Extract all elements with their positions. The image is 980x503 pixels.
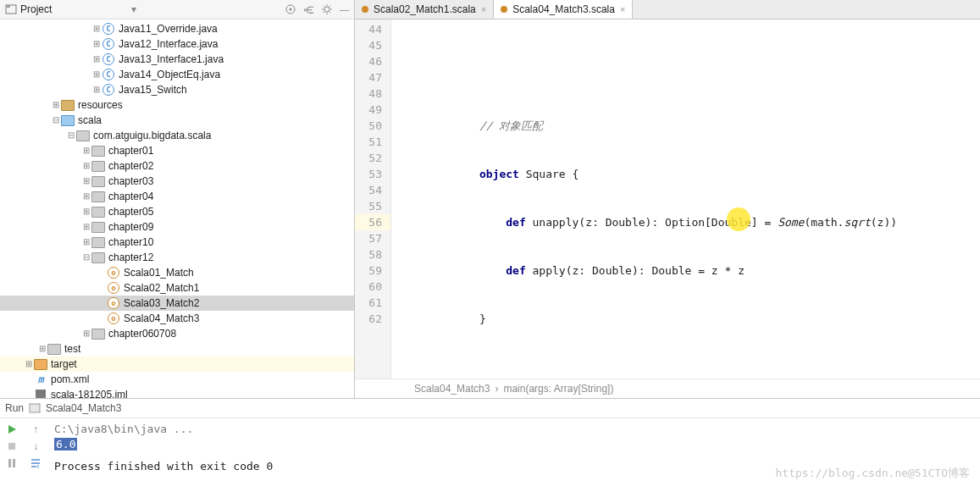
tree-item[interactable]: Scala01_Match (124, 265, 194, 280)
gear-icon[interactable] (321, 3, 333, 15)
console-output[interactable]: C:\java8\bin\java ... 6.0 Process finish… (47, 418, 980, 484)
tab-label: Scala02_Match1.scala (374, 3, 476, 15)
tree-item[interactable]: Java12_Interface.java (119, 36, 218, 52)
breadcrumb-item[interactable]: main(args: Array[String]) (503, 383, 613, 395)
editor-pane: Scala02_Match1.scala × Scala04_Match3.sc… (355, 0, 980, 398)
close-icon[interactable]: × (620, 4, 625, 14)
scala-file-icon (501, 6, 507, 13)
code-editor[interactable]: 44454647484950515253545556575859606162 /… (355, 19, 980, 379)
breadcrumb[interactable]: Scala04_Match3 › main(args: Array[String… (355, 379, 980, 398)
run-panel: ↑ ↓ C:\java8\bin\java ... 6.0 Process fi… (0, 418, 980, 484)
scroll-down-button[interactable]: ↓ (33, 440, 38, 452)
collapse-icon[interactable]: ⥺ (303, 3, 314, 16)
run-config-name[interactable]: Scala04_Match3 (46, 402, 121, 414)
project-sidebar: Project ▾ ⥺ — ⊞CJava11_Override.java ⊞CJ… (0, 0, 355, 398)
run-label: Run (5, 402, 24, 414)
tree-item[interactable]: chapter09 (108, 219, 153, 235)
svg-rect-12 (13, 459, 15, 467)
tree-item[interactable]: test (64, 341, 80, 357)
tree-item[interactable]: scala-181205.iml (51, 387, 128, 398)
tree-item[interactable]: chapter01 (108, 143, 153, 158)
tree-item[interactable]: Java14_ObjectEq.java (119, 67, 220, 82)
project-toolbar: Project ▾ ⥺ — (0, 0, 354, 19)
stop-button[interactable] (6, 440, 18, 452)
hide-icon[interactable]: — (340, 4, 349, 14)
tree-item[interactable]: Java15_Switch (119, 82, 187, 97)
tree-item[interactable]: scala (78, 113, 102, 128)
project-title: Project (20, 3, 52, 15)
console-line: C:\java8\bin\java ... (54, 422, 973, 437)
svg-point-4 (324, 7, 329, 12)
line-gutter: 44454647484950515253545556575859606162 (355, 19, 391, 379)
svg-rect-10 (8, 443, 15, 450)
svg-marker-9 (8, 425, 16, 434)
tree-item[interactable]: Scala02_Match1 (124, 280, 199, 296)
tree-item-target[interactable]: target (51, 357, 77, 372)
scroll-up-button[interactable]: ↑ (33, 423, 38, 435)
chevron-right-icon: › (495, 383, 498, 395)
tree-item[interactable]: chapter02 (108, 158, 153, 174)
run-toolbar: Run Scala04_Match3 (0, 399, 980, 418)
tab-label: Scala04_Match3.scala (512, 3, 615, 15)
svg-rect-8 (30, 404, 40, 412)
svg-rect-11 (8, 459, 11, 467)
scala-file-icon (362, 6, 368, 13)
console-output-value: 6.0 (54, 438, 77, 450)
tree-item[interactable]: pom.xml (51, 372, 89, 387)
rerun-button[interactable] (6, 423, 18, 435)
tree-item-selected[interactable]: Scala03_Match2 (124, 296, 199, 311)
tree-item[interactable]: chapter03 (108, 174, 153, 189)
tree-item[interactable]: chapter060708 (108, 326, 176, 341)
tab-scala04[interactable]: Scala04_Match3.scala × (494, 0, 633, 19)
dropdown-icon[interactable]: ▾ (131, 3, 136, 15)
svg-point-3 (290, 8, 292, 11)
tree-item[interactable]: com.atguigu.bigdata.scala (93, 128, 211, 143)
svg-rect-1 (6, 5, 10, 8)
tree-item[interactable]: Scala04_Match3 (124, 311, 199, 326)
project-tree[interactable]: ⊞CJava11_Override.java ⊞CJava12_Interfac… (0, 19, 354, 398)
pause-button[interactable] (6, 457, 18, 469)
close-icon[interactable]: × (481, 4, 486, 14)
tree-item[interactable]: Java13_Interface1.java (119, 52, 224, 67)
soft-wrap-button[interactable] (30, 457, 42, 469)
run-config-icon (29, 402, 41, 414)
tab-scala02[interactable]: Scala02_Match1.scala × (355, 0, 494, 19)
tree-item[interactable]: chapter10 (108, 235, 153, 250)
tree-item[interactable]: chapter05 (108, 204, 153, 219)
project-icon (5, 3, 17, 15)
breadcrumb-item[interactable]: Scala04_Match3 (414, 383, 490, 395)
target-icon[interactable] (285, 3, 296, 15)
editor-tabs: Scala02_Match1.scala × Scala04_Match3.sc… (355, 0, 980, 19)
tree-item[interactable]: chapter04 (108, 189, 153, 204)
tree-item[interactable]: Java11_Override.java (119, 21, 218, 36)
tree-item[interactable]: resources (78, 97, 123, 113)
tree-item[interactable]: chapter12 (108, 250, 153, 265)
watermark: https://blog.csdn.ne@51CTO博客 (776, 466, 971, 481)
